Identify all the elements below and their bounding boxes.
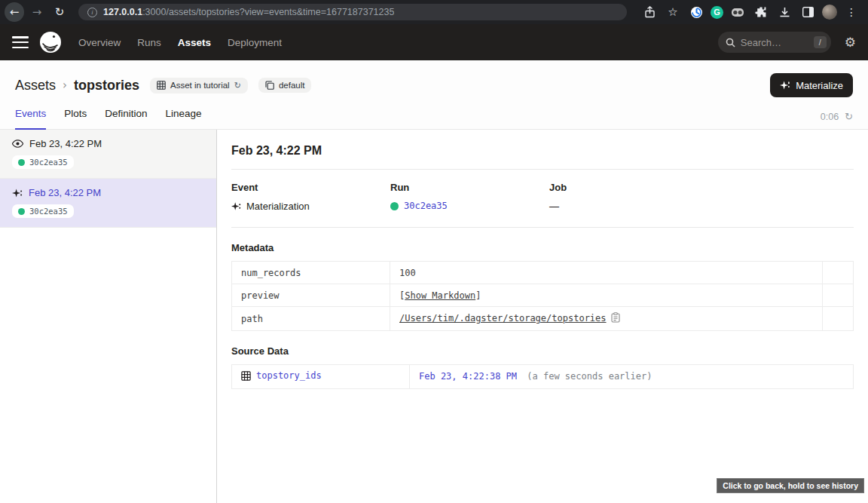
grammarly-extension-icon[interactable]: G	[711, 6, 723, 19]
event-list-item-observation[interactable]: Feb 23, 4:22 PM 30c2ea35	[0, 130, 216, 179]
refresh-countdown: 0:06	[821, 112, 839, 122]
search-input[interactable]: Search… /	[718, 32, 831, 53]
metadata-key: num_records	[232, 262, 390, 284]
metadata-value: [Show Markdown]	[390, 284, 823, 307]
breadcrumb-chevron-icon: ›	[63, 78, 67, 92]
url-text: 127.0.0.1:3000/assets/topstories?view=ev…	[103, 7, 394, 17]
source-data-table: topstory_ids Feb 23, 4:22:38 PM (a few s…	[231, 364, 854, 389]
nav-item-assets[interactable]: Assets	[178, 37, 211, 48]
copy-path-icon[interactable]	[611, 314, 620, 325]
table-grid-icon	[157, 81, 166, 90]
source-asset-link[interactable]: topstory_ids	[241, 370, 322, 381]
asset-tabs: Events Plots Definition Lineage 0:06 ↻	[15, 108, 853, 130]
sparkle-icon	[231, 201, 241, 211]
run-label: Run	[390, 182, 549, 193]
settings-gear-icon[interactable]: ⚙	[845, 35, 856, 50]
browser-chrome: ← → ↻ i 127.0.0.1:3000/assets/topstories…	[0, 0, 868, 24]
run-status-dot	[18, 159, 25, 166]
source-time-link[interactable]: Feb 23, 4:22:38 PM	[419, 371, 517, 382]
breadcrumb-asset-name: topstories	[74, 78, 139, 94]
event-list-item-materialization[interactable]: Feb 23, 4:22 PM 30c2ea35	[0, 179, 216, 228]
tab-definition[interactable]: Definition	[105, 108, 147, 130]
breadcrumb-assets-link[interactable]: Assets	[15, 78, 56, 94]
metadata-table: num_records 100 preview [Show Markdown] …	[231, 261, 854, 331]
menu-icon[interactable]	[12, 36, 29, 48]
table-row: preview [Show Markdown]	[232, 284, 854, 307]
browser-back-button[interactable]: ←	[5, 2, 24, 22]
event-info-row: Event Materialization Run 30c2ea35 Job —	[231, 170, 854, 228]
event-label: Event	[231, 182, 390, 193]
metadata-key: preview	[232, 284, 390, 307]
materialize-button[interactable]: Materialize	[770, 73, 853, 97]
refresh-icon[interactable]: ↻	[845, 111, 853, 122]
asset-group-badge[interactable]: Asset in tutorial ↻	[150, 78, 248, 94]
run-id-pill[interactable]: 30c2ea35	[12, 155, 74, 169]
path-link[interactable]: /Users/tim/.dagster/storage/topstories	[399, 313, 607, 324]
event-type-value: Materialization	[246, 201, 310, 212]
metadata-extra-cell	[823, 284, 854, 307]
job-label: Job	[549, 182, 854, 193]
show-markdown-link[interactable]: Show Markdown	[405, 290, 475, 301]
metadata-heading: Metadata	[231, 242, 854, 253]
download-icon[interactable]	[775, 3, 793, 21]
table-row: topstory_ids Feb 23, 4:22:38 PM (a few s…	[232, 365, 854, 389]
side-panel-icon[interactable]	[799, 3, 817, 21]
breadcrumb: Assets › topstories Asset in tutorial ↻ …	[15, 73, 853, 97]
event-title: Feb 23, 4:22 PM	[231, 144, 854, 170]
search-placeholder: Search…	[741, 37, 808, 48]
nav-item-deployment[interactable]: Deployment	[228, 37, 282, 48]
nav-item-runs[interactable]: Runs	[137, 37, 161, 48]
metadata-key: path	[232, 307, 390, 331]
copy-stack-icon	[265, 81, 274, 90]
metadata-extra-cell	[823, 307, 854, 331]
share-icon[interactable]	[640, 3, 659, 21]
table-row: num_records 100	[232, 262, 854, 284]
asset-header: Assets › topstories Asset in tutorial ↻ …	[0, 60, 868, 130]
badge-refresh-icon[interactable]: ↻	[234, 81, 241, 90]
table-grid-icon	[241, 371, 251, 381]
run-status-dot	[390, 202, 399, 210]
profile-avatar[interactable]	[822, 5, 837, 20]
browser-menu-icon[interactable]: ⋮	[842, 3, 860, 21]
source-time-note: (a few seconds earlier)	[527, 371, 652, 382]
address-bar[interactable]: i 127.0.0.1:3000/assets/topstories?view=…	[78, 4, 627, 20]
nav-links: Overview Runs Assets Deployment	[78, 37, 282, 48]
tab-events[interactable]: Events	[15, 108, 46, 130]
tab-lineage[interactable]: Lineage	[166, 108, 202, 130]
source-time-cell: Feb 23, 4:22:38 PM (a few seconds earlie…	[410, 365, 854, 389]
extensions-puzzle-icon[interactable]	[752, 3, 770, 21]
goggles-extension-icon[interactable]	[729, 3, 747, 21]
browser-reload-button[interactable]: ↻	[50, 2, 69, 22]
browser-back-tooltip: Click to go back, hold to see history	[717, 478, 864, 493]
browser-forward-button[interactable]: →	[27, 2, 47, 22]
metadata-extra-cell	[823, 262, 854, 284]
run-id-link[interactable]: 30c2ea35	[404, 201, 448, 211]
metadata-value: 100	[390, 262, 823, 284]
sparkle-icon	[12, 188, 23, 198]
dagster-logo[interactable]	[39, 31, 62, 54]
eye-icon	[12, 140, 23, 148]
event-detail-panel: Feb 23, 4:22 PM Event Materialization Ru…	[217, 130, 868, 503]
run-status-dot	[18, 208, 25, 215]
table-row: path /Users/tim/.dagster/storage/topstor…	[232, 307, 854, 331]
clock-extension-icon[interactable]	[687, 3, 705, 21]
run-id-pill[interactable]: 30c2ea35	[12, 204, 74, 218]
metadata-value: /Users/tim/.dagster/storage/topstories	[390, 307, 823, 331]
event-list-sidebar: Feb 23, 4:22 PM 30c2ea35 Feb 23, 4:22 PM…	[0, 130, 217, 503]
tab-plots[interactable]: Plots	[64, 108, 87, 130]
source-data-heading: Source Data	[231, 345, 854, 357]
search-shortcut-badge: /	[814, 36, 827, 48]
bookmark-star-icon[interactable]: ☆	[664, 3, 682, 21]
sparkle-icon	[780, 80, 790, 90]
app-nav: Overview Runs Assets Deployment Search… …	[0, 24, 868, 60]
source-asset-cell: topstory_ids	[232, 365, 410, 389]
search-icon	[726, 38, 735, 48]
repository-badge[interactable]: default	[258, 78, 312, 93]
job-value: —	[549, 201, 559, 212]
site-info-icon[interactable]: i	[87, 8, 97, 17]
nav-item-overview[interactable]: Overview	[78, 37, 121, 48]
